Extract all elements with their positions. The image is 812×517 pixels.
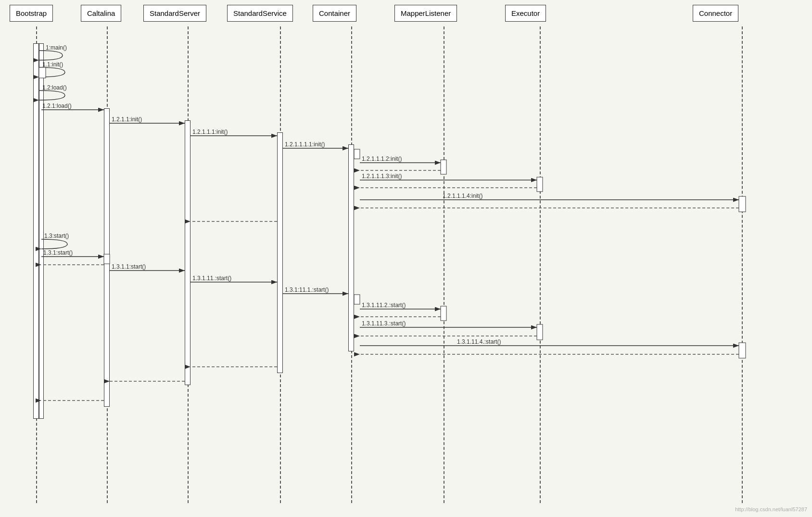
actor-bootstrap: Bootstrap [10,5,53,22]
watermark: http://blog.csdn.net/luanl57287 [735,506,807,512]
msg-init21111: 1.2.1.1.1.1:init() [285,141,325,148]
actor-standardserver: StandardServer [143,5,206,22]
lifeline-connector [742,26,743,503]
msg-start1311112: 1.3.1.11.2.:start() [362,302,406,309]
actor-container: Container [313,5,356,22]
msg-load21: 1.2.1:load() [42,103,72,109]
actor-executor: Executor [505,5,546,22]
msg-init211: 1.2.1.1:init() [112,116,142,123]
msg-start13: 1.3:start() [44,233,69,239]
activation-catalina [104,108,110,407]
msg-init2111: 1.2.1.1.1:init() [192,129,228,135]
msg-init1: 1.1:init() [42,61,63,68]
actor-connector: Connector [693,5,738,22]
msg-init211114: 1.2.1.1.1.4:init() [443,193,482,199]
activation-bootstrap [33,43,39,419]
msg-init211112: 1.2.1.1.1.2:init() [362,155,402,162]
msg-start1311113: 1.3.1.11.3.:start() [362,320,406,327]
msg-start1311: 1.3.1.1:start() [112,263,146,270]
msg-start1311114: 1.3.1.11.4.:start() [457,338,501,345]
lifeline-mapperlistener [444,26,444,503]
svg-rect-24 [354,295,360,304]
sequence-diagram-arrows: 1:main() 1.1:init() 1.2:load() 1.2.1:loa… [0,0,812,517]
activation-container [348,144,354,351]
actor-standardservice: StandardService [227,5,293,22]
activation-standardserver [185,120,190,385]
activation-bootstrap2 [39,43,44,419]
lifeline-executor [540,26,541,503]
actor-mapperlistener: MapperListener [394,5,457,22]
msg-load: 1.2:load() [42,84,67,91]
msg-init211113: 1.2.1.1.1.3:init() [362,173,402,180]
actor-catalina: Caltalina [81,5,121,22]
activation-standardservice [277,132,283,373]
svg-rect-7 [354,149,360,159]
msg-main: 1:main() [46,44,67,51]
msg-start131: 1.3.1:start() [43,249,73,256]
msg-start131111: 1.3.1:11.1.:start() [285,286,329,293]
msg-start13111: 1.3.1.11.:start() [192,275,231,282]
